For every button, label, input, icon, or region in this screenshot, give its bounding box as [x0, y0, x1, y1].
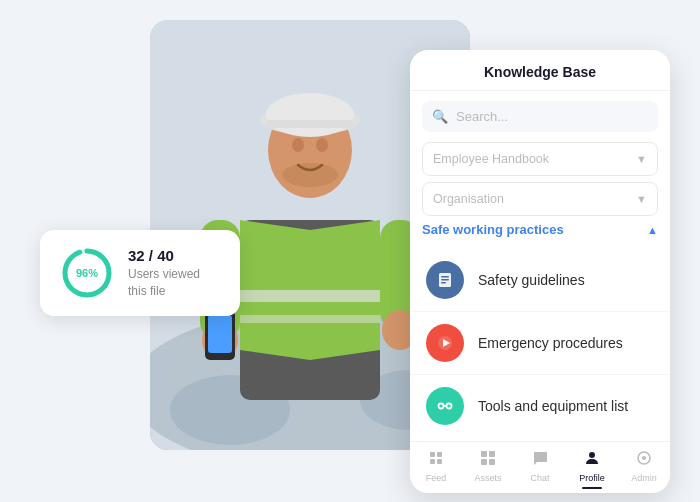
admin-icon	[636, 450, 652, 470]
svg-point-29	[439, 404, 444, 409]
svg-rect-7	[240, 315, 380, 323]
knowledge-base-panel: Knowledge Base 🔍 Search... Employee Hand…	[410, 50, 670, 493]
search-placeholder: Search...	[456, 109, 508, 124]
svg-rect-11	[266, 120, 354, 128]
svg-rect-25	[441, 279, 449, 281]
progress-donut: 96%	[60, 246, 114, 300]
nav-item-chat[interactable]: Chat	[514, 450, 566, 489]
emergency-procedures-label: Emergency procedures	[478, 335, 623, 351]
nav-item-admin[interactable]: Admin	[618, 450, 670, 489]
percentage-label: 96%	[76, 267, 98, 279]
svg-rect-35	[437, 459, 442, 464]
feed-icon	[428, 450, 444, 470]
scene: 96% 32 / 40 Users viewedthis file Knowle…	[0, 0, 700, 502]
svg-point-40	[589, 452, 595, 458]
svg-rect-39	[489, 459, 495, 465]
list-item-emergency[interactable]: Emergency procedures	[410, 312, 670, 375]
svg-rect-37	[489, 451, 495, 457]
svg-point-30	[447, 404, 452, 409]
assets-label: Assets	[474, 473, 501, 483]
svg-point-42	[642, 456, 646, 460]
svg-point-12	[292, 138, 304, 152]
stats-text: 32 / 40 Users viewedthis file	[128, 247, 200, 300]
tools-equipment-label: Tools and equipment list	[478, 398, 628, 414]
svg-rect-34	[430, 459, 435, 464]
kb-search-bar[interactable]: 🔍 Search...	[422, 101, 658, 132]
organisation-dropdown[interactable]: Organisation ▼	[422, 182, 658, 216]
dropdown2-label: Organisation	[433, 192, 504, 206]
search-icon: 🔍	[432, 109, 448, 124]
svg-rect-38	[481, 459, 487, 465]
profile-label: Profile	[579, 473, 605, 483]
svg-rect-24	[441, 276, 449, 278]
knowledge-list: Safety guidelines Emergency procedures	[410, 245, 670, 441]
assets-icon	[480, 450, 496, 470]
svg-rect-33	[437, 452, 442, 457]
stats-card: 96% 32 / 40 Users viewedthis file	[40, 230, 240, 316]
tools-icon	[426, 387, 464, 425]
kb-panel-title: Knowledge Base	[410, 50, 670, 91]
svg-rect-36	[481, 451, 487, 457]
employee-handbook-dropdown[interactable]: Employee Handbook ▼	[422, 142, 658, 176]
list-item-tools[interactable]: Tools and equipment list	[410, 375, 670, 437]
stats-ratio: 32 / 40	[128, 247, 200, 264]
stats-description: Users viewedthis file	[128, 266, 200, 300]
svg-rect-32	[430, 452, 435, 457]
active-category-label: Safe working practices	[422, 222, 564, 237]
emergency-icon	[426, 324, 464, 362]
svg-point-13	[316, 138, 328, 152]
svg-rect-26	[441, 282, 446, 284]
dropdown1-label: Employee Handbook	[433, 152, 549, 166]
svg-rect-6	[240, 290, 380, 302]
safety-icon	[426, 261, 464, 299]
list-item-safety[interactable]: Safety guidelines	[410, 249, 670, 312]
nav-item-feed[interactable]: Feed	[410, 450, 462, 489]
nav-item-assets[interactable]: Assets	[462, 450, 514, 489]
nav-item-profile[interactable]: Profile	[566, 450, 618, 489]
chevron-up-icon: ▲	[647, 224, 658, 236]
feed-label: Feed	[426, 473, 447, 483]
bottom-navigation: Feed Assets Chat Profile	[410, 441, 670, 493]
active-category-item[interactable]: Safe working practices ▲	[422, 222, 658, 237]
admin-label: Admin	[631, 473, 657, 483]
svg-rect-18	[208, 315, 232, 353]
chat-label: Chat	[530, 473, 549, 483]
profile-icon	[584, 450, 600, 470]
chevron-down-icon: ▼	[636, 153, 647, 165]
svg-point-14	[282, 163, 338, 187]
safety-guidelines-label: Safety guidelines	[478, 272, 585, 288]
chevron-down-icon-2: ▼	[636, 193, 647, 205]
chat-icon	[532, 450, 548, 470]
svg-point-10	[266, 93, 354, 137]
active-indicator	[582, 487, 602, 489]
